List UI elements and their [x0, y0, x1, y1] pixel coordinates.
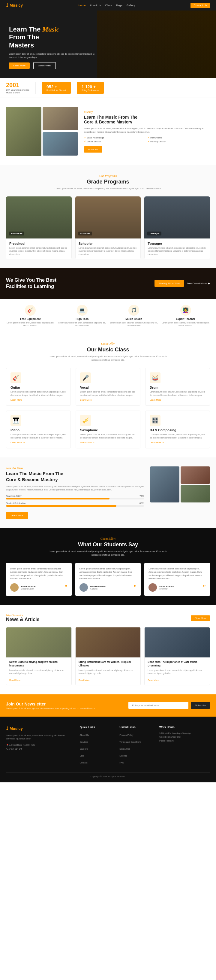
hightech-icon: 💻	[77, 305, 87, 316]
program-schooler[interactable]: Schooler Schooler Lorem ipsum dolor sit …	[75, 196, 141, 259]
studio-icon: 🎵	[129, 305, 139, 316]
nav-home[interactable]: Home	[78, 4, 86, 7]
news-link-1[interactable]: Read More	[9, 679, 21, 681]
core2-btn[interactable]: Learn More	[6, 512, 28, 519]
program-preschool[interactable]: Preschool Preschool Lorem ipsum dolor si…	[6, 196, 72, 259]
footer-work-hours: Work Hours 9 AM – 6 PM, Monday – Saturda…	[159, 725, 210, 766]
check-2: Instruments	[148, 136, 210, 139]
hero-learn-btn[interactable]: Learn More	[9, 62, 30, 69]
facility-teacher-desc: Lorem ipsum dolor sit amet, consectetur …	[161, 321, 210, 328]
testi-desc: Lorem ipsum dolor sit amet, consectetur …	[48, 550, 168, 557]
piano-icon: 🎹	[11, 415, 21, 426]
footer: ♩ Musicy Lorem ipsum dolor sit amet, con…	[0, 717, 216, 783]
testi-title: What Our Students Say	[6, 541, 210, 548]
preschool-body: Preschool Lorem ipsum dolor sit amet, co…	[6, 239, 72, 259]
dj-learn-more[interactable]: Learn More	[150, 441, 205, 444]
vocal-learn-more[interactable]: Learn More	[80, 399, 136, 401]
nav-logo: ♩ Musicy	[6, 2, 23, 8]
facility-hightech: 💻 High Tech Lorem ipsum dolor sit amet, …	[58, 305, 107, 328]
core2-images	[150, 466, 210, 503]
facilities-start-btn[interactable]: Starting it from Now	[154, 280, 184, 287]
facility-teacher-title: Expert Teacher	[161, 317, 210, 320]
facility-hightech-desc: Lorem ipsum dolor sit amet, consectetur …	[58, 321, 107, 328]
check-1: Basic Knowledge	[84, 136, 146, 139]
about-img-bottom	[43, 132, 78, 156]
news-header: Why Choose Us News & Article Clear More	[6, 614, 210, 622]
footer-about-col: ♩ Musicy Lorem ipsum dolor sit amet, con…	[6, 725, 73, 766]
news-body-2: String Instrument Care for Winter / Trop…	[76, 657, 141, 685]
news-clear-btn[interactable]: Clear More	[191, 616, 210, 621]
about-btn[interactable]: About Us	[84, 146, 102, 153]
newsletter-title: Join Our Newsletter	[6, 702, 95, 706]
testi-2-author: Devin Mueller Guitarist "	[79, 583, 137, 592]
piano-desc: Lorem ipsum dolor sit amet, consectetur …	[11, 433, 66, 439]
arrow-icon: ▶	[208, 282, 210, 285]
teaching-label: Teaching Ability	[6, 495, 22, 497]
class-desc: Lorem ipsum dolor sit amet, consectetur …	[48, 355, 168, 362]
news-desc-2: Lorem ipsum dolor sit amet, consectetur …	[79, 669, 138, 675]
testi-2-avatar	[79, 583, 88, 592]
news-card-3[interactable]: Don't Miss The Importance of Jazz Music …	[144, 627, 210, 685]
newsletter-submit-btn[interactable]: Subscribe	[191, 702, 210, 709]
core2-img-right	[181, 466, 210, 503]
program-cards: Preschool Preschool Lorem ipsum dolor si…	[6, 196, 210, 259]
equipment-icon: 🎸	[25, 305, 36, 316]
quick-services[interactable]: Services	[79, 741, 88, 743]
useful-disclaimer[interactable]: Disclaimer	[119, 748, 130, 750]
year-sub: Music School	[6, 91, 29, 94]
nav-class[interactable]: Class	[105, 4, 112, 7]
footer-quick-links: Quick Links About Us Services Careers Bl…	[79, 725, 113, 766]
useful-faq[interactable]: FAQ	[119, 761, 124, 764]
useful-privacy[interactable]: Privacy Policy	[119, 734, 133, 737]
testi-3-author: Dave Branch Drummer "	[148, 583, 206, 592]
nav-about[interactable]: About Us	[90, 4, 101, 7]
progress-teaching: Teaching Ability 75%	[6, 495, 144, 500]
newsletter-email-input[interactable]	[129, 702, 188, 709]
hours-line-1: 9 AM – 6 PM, Monday – Saturday	[159, 732, 210, 735]
core2-tag: Join Our Class	[6, 466, 144, 469]
stat-divider	[35, 82, 36, 94]
teenager-body: Teenager Lorem ipsum dolor sit amet, con…	[144, 239, 210, 259]
piano-learn-more[interactable]: Learn More	[11, 441, 66, 444]
core2-text: Join Our Class Learn The Music From The …	[6, 466, 144, 519]
quick-careers[interactable]: Careers	[79, 748, 87, 750]
useful-license[interactable]: License	[119, 754, 127, 757]
footer-logo: ♩ Musicy	[6, 725, 73, 731]
core2-img2	[181, 466, 210, 484]
testi-3-avatar	[148, 583, 157, 592]
vocal-title: Vocal	[80, 386, 136, 389]
news-title-3: Don't Miss The Importance of Jazz Music …	[148, 660, 207, 668]
guitar-desc: Lorem ipsum dolor sit amet, consectetur …	[11, 390, 66, 397]
news-body-1: News: Guide to buying adaptive musical i…	[6, 657, 71, 685]
program-teenager[interactable]: Teenager Teenager Lorem ipsum dolor sit …	[144, 196, 210, 259]
news-card-2[interactable]: String Instrument Care for Winter / Trop…	[75, 627, 141, 685]
hours-line-3: Public Holidays	[159, 739, 210, 743]
contact-button[interactable]: Contact Us	[191, 3, 210, 8]
class-dj: 🎛️ DJ & Composing Lorem ipsum dolor sit …	[145, 410, 210, 449]
nav-gallery[interactable]: Gallery	[127, 4, 135, 7]
about-tag: Musicy	[84, 110, 210, 113]
facilities-consult-btn[interactable]: Free Consultations ▶	[187, 282, 210, 285]
nav-page[interactable]: Page	[116, 4, 122, 7]
testi-1-text: Lorem ipsum dolor sit amet, consectetur …	[10, 567, 68, 581]
news-link-2[interactable]: Read More	[79, 679, 90, 681]
hero-watch-btn[interactable]: Watch Video	[33, 62, 56, 69]
news-link-3[interactable]: Read More	[148, 679, 159, 681]
facilities-section: We Give You The Best Facilities to Learn…	[0, 268, 216, 299]
useful-terms[interactable]: Terms and Conditions	[119, 741, 141, 743]
news-card-1[interactable]: News: Guide to buying adaptive musical i…	[6, 627, 72, 685]
quick-blog[interactable]: Blog	[79, 754, 84, 757]
guitar-learn-more[interactable]: Learn More	[11, 399, 66, 401]
testi-1-avatar	[10, 583, 19, 592]
hero-heading1: Learn The	[9, 25, 40, 33]
stat2-num: 1 120 +	[82, 84, 99, 89]
saxophone-learn-more[interactable]: Learn More	[80, 441, 136, 444]
quick-about[interactable]: About Us	[79, 734, 89, 737]
drum-learn-more[interactable]: Learn More	[150, 399, 205, 401]
footer-copyright: Copyright © 2023. All rights reserved.	[6, 772, 210, 778]
footer-grid: ♩ Musicy Lorem ipsum dolor sit amet, con…	[6, 725, 210, 766]
dj-title: DJ & Composing	[150, 428, 205, 432]
footer-street: 📍 A Street Road No.800, Kota	[6, 743, 73, 747]
quick-contact[interactable]: Contact	[79, 761, 87, 764]
facilities-text: We Give You The Best Facilities to Learn…	[6, 277, 66, 290]
